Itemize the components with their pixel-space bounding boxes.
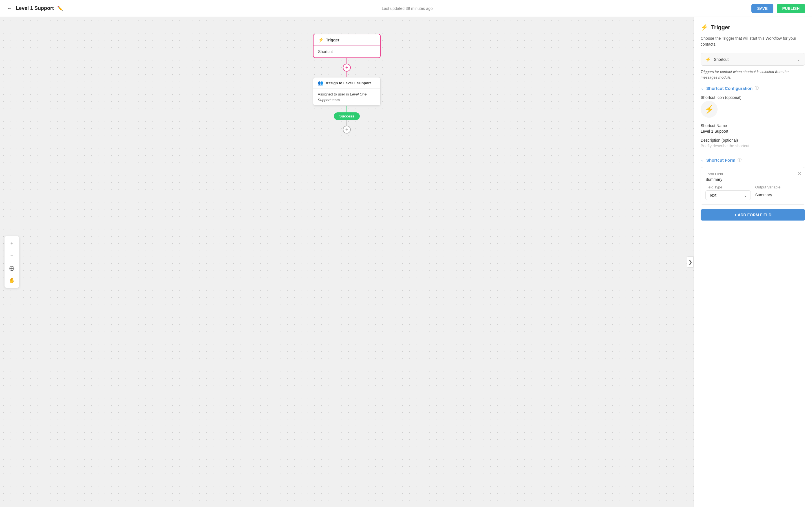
- output-variable-label: Output Variable: [755, 185, 801, 189]
- collapse-panel-button[interactable]: ❯: [687, 256, 694, 268]
- trigger-node[interactable]: ⚡ Trigger Shortcut: [313, 34, 380, 58]
- connector-line-3: [347, 106, 347, 112]
- workflow-canvas[interactable]: + − ⨁ ✋ ❯ ⚡ Trigger Shortcut +: [0, 17, 694, 507]
- chevron-down-icon: ⌄: [797, 57, 801, 62]
- success-badge: Success: [334, 112, 360, 120]
- shortcut-icon-picker[interactable]: ⚡: [701, 101, 718, 118]
- trigger-node-title: Trigger: [326, 38, 339, 42]
- shortcut-trigger-icon: ⚡: [705, 57, 711, 62]
- trigger-dropdown-label: Shortcut: [714, 57, 728, 62]
- right-panel: ⚡ Trigger Choose the Trigger that will s…: [694, 17, 812, 507]
- field-type-col: Field Type Text ⌄: [705, 185, 751, 200]
- fit-button[interactable]: ⨁: [7, 263, 17, 273]
- app-header: ← Level 1 Support ✏️ Last updated 39 min…: [0, 0, 812, 17]
- assign-node[interactable]: 👥 Assign to Level 1 Support Assigned to …: [313, 77, 380, 106]
- back-button[interactable]: ←: [7, 5, 12, 11]
- publish-button[interactable]: PUBLISH: [777, 4, 805, 13]
- zoom-in-button[interactable]: +: [7, 238, 17, 248]
- assign-icon: 👥: [318, 80, 323, 86]
- connector-line-1: [347, 58, 347, 64]
- assign-node-title: Assign to Level 1 Support: [326, 81, 371, 85]
- panel-title: Trigger: [711, 24, 730, 31]
- panel-description: Choose the Trigger that will start this …: [701, 36, 805, 47]
- add-form-field-label: + ADD FORM FIELD: [734, 213, 771, 217]
- trigger-shortcut-label: Shortcut: [318, 49, 333, 54]
- assign-node-header: 👥 Assign to Level 1 Support: [313, 77, 380, 89]
- form-field-value: Summary: [705, 177, 801, 182]
- trigger-dropdown-left: ⚡ Shortcut: [705, 57, 728, 62]
- connector-line-2: [347, 71, 347, 77]
- form-chevron-icon: ⌄: [701, 158, 704, 162]
- output-variable-col: Output Variable Summary: [755, 185, 801, 200]
- connector-line-4: [347, 120, 347, 126]
- canvas-toolbar: + − ⨁ ✋: [4, 236, 19, 288]
- assign-node-body: Assigned to user in Level One Support te…: [313, 89, 380, 105]
- icon-field-label: Shortcut Icon (optional): [701, 95, 805, 100]
- trigger-node-body: Shortcut: [313, 46, 380, 57]
- add-step-button-2[interactable]: +: [343, 126, 351, 133]
- section-divider: [701, 153, 805, 153]
- panel-lightning-icon: ⚡: [701, 24, 708, 31]
- field-type-dropdown[interactable]: Text ⌄: [705, 190, 751, 200]
- field-type-chevron-icon: ⌄: [744, 193, 747, 198]
- page-title: Level 1 Support: [16, 5, 54, 11]
- pan-button[interactable]: ✋: [7, 276, 17, 286]
- field-type-label: Field Type: [705, 185, 751, 189]
- assign-body-text: Assigned to user in Level One Support te…: [318, 92, 366, 102]
- description-label: Description (optional): [701, 138, 805, 143]
- field-type-value: Text: [709, 193, 716, 198]
- shortcut-form-section-header[interactable]: ⌄ Shortcut Form ⓘ: [701, 158, 805, 163]
- zoom-out-button[interactable]: −: [7, 251, 17, 261]
- shortcut-config-section-header[interactable]: ⌄ Shortcut Configuration ⓘ: [701, 86, 805, 91]
- shortcut-name-value: Level 1 Support: [701, 129, 805, 133]
- last-updated: Last updated 39 minutes ago: [382, 6, 433, 11]
- lightning-icon: ⚡: [704, 105, 714, 114]
- config-help-icon[interactable]: ⓘ: [755, 86, 759, 91]
- add-form-field-button[interactable]: + ADD FORM FIELD: [701, 209, 805, 221]
- trigger-lightning-icon: ⚡: [318, 37, 324, 43]
- description-placeholder[interactable]: Briefly describe the shortcut: [701, 144, 805, 148]
- panel-title-row: ⚡ Trigger: [701, 24, 805, 31]
- form-field-card: ✕ Form Field Summary Field Type Text ⌄ O…: [701, 167, 805, 205]
- trigger-hint: Triggers for contact when shortcut is se…: [701, 69, 805, 80]
- header-left: ← Level 1 Support ✏️: [7, 5, 63, 11]
- shortcut-name-label: Shortcut Name: [701, 123, 805, 128]
- trigger-type-dropdown[interactable]: ⚡ Shortcut ⌄: [701, 53, 805, 66]
- remove-form-field-button[interactable]: ✕: [797, 171, 802, 177]
- edit-icon[interactable]: ✏️: [57, 6, 63, 11]
- header-actions: SAVE PUBLISH: [751, 4, 805, 13]
- form-field-label: Form Field: [705, 172, 801, 176]
- main-content: + − ⨁ ✋ ❯ ⚡ Trigger Shortcut +: [0, 17, 812, 507]
- config-chevron-icon: ⌄: [701, 86, 704, 91]
- form-help-icon[interactable]: ⓘ: [738, 158, 742, 163]
- add-step-button-1[interactable]: +: [343, 64, 351, 71]
- config-section-title: Shortcut Configuration: [706, 86, 753, 91]
- output-variable-value: Summary: [755, 190, 801, 200]
- trigger-node-header: ⚡ Trigger: [313, 34, 380, 46]
- form-section-title: Shortcut Form: [706, 158, 735, 163]
- save-button[interactable]: SAVE: [751, 4, 773, 13]
- field-type-row: Field Type Text ⌄ Output Variable Summar…: [705, 185, 801, 200]
